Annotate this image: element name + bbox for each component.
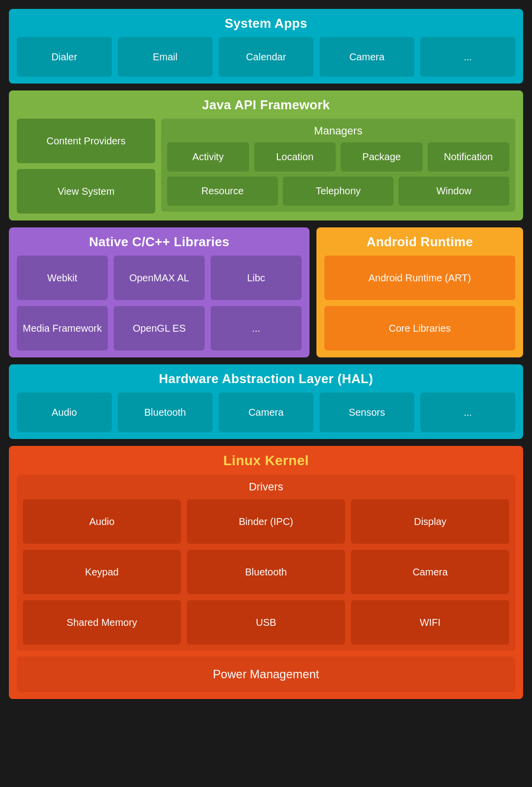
telephony-box: Telephony [283,176,394,206]
openmax-box: OpenMAX AL [114,256,205,300]
more-box: ... [420,37,515,77]
kernel-camera-box: Camera [351,550,509,594]
hal-bluetooth-box: Bluetooth [118,393,213,432]
kernel-usb-box: USB [187,600,345,645]
drivers-title: Drivers [23,481,509,493]
kernel-shared-memory-box: Shared Memory [23,600,181,645]
kernel-binder-box: Binder (IPC) [187,499,345,544]
java-api-content: Content Providers View System Managers A… [17,119,515,214]
hal-title: Hardware Abstraction Layer (HAL) [17,371,515,387]
opengl-box: OpenGL ES [114,306,205,350]
dialer-box: Dialer [17,37,112,77]
calendar-box: Calendar [219,37,313,77]
managers-grid: Activity Location Package Notification R… [167,142,509,206]
native-more-box: ... [211,306,302,350]
system-apps-boxes: Dialer Email Calendar Camera ... [17,37,515,77]
java-api-layer: Java API Framework Content Providers Vie… [9,90,523,220]
native-libs-title: Native C/C++ Libraries [17,234,302,250]
managers-row-1: Activity Location Package Notification [167,142,509,172]
location-box: Location [254,142,336,172]
managers-title: Managers [167,125,509,137]
hal-more-box: ... [420,393,515,432]
hal-sensors-box: Sensors [319,393,414,432]
webkit-box: Webkit [17,256,108,300]
kernel-keypad-box: Keypad [23,550,181,594]
drivers-section: Drivers Audio Binder (IPC) Display Keypa… [17,475,515,651]
drivers-grid: Audio Binder (IPC) Display Keypad Blueto… [23,499,509,645]
linux-kernel-title: Linux Kernel [17,453,515,469]
activity-box: Activity [167,142,249,172]
hal-boxes: Audio Bluetooth Camera Sensors ... [17,393,515,432]
managers-row-2: Resource Telephony Window [167,176,509,206]
power-management-box: Power Management [17,656,515,692]
native-runtime-row: Native C/C++ Libraries Webkit OpenMAX AL… [9,227,523,357]
managers-container: Managers Activity Location Package Notif… [161,119,515,212]
system-apps-title: System Apps [17,16,515,31]
hal-audio-box: Audio [17,393,112,432]
system-apps-layer: System Apps Dialer Email Calendar Camera… [9,9,523,84]
native-libs-grid: Webkit OpenMAX AL Libc Media Framework O… [17,256,302,350]
android-runtime-title: Android Runtime [324,234,515,250]
email-box: Email [118,37,213,77]
hal-layer: Hardware Abstraction Layer (HAL) Audio B… [9,364,523,439]
art-box: Android Runtime (ART) [324,256,515,300]
libc-box: Libc [211,256,302,300]
kernel-display-box: Display [351,499,509,544]
android-runtime-layer: Android Runtime Android Runtime (ART) Co… [316,227,523,357]
java-api-title: Java API Framework [17,97,515,113]
notification-box: Notification [428,142,510,172]
content-providers-box: Content Providers [17,119,155,163]
kernel-audio-box: Audio [23,499,181,544]
java-api-left: Content Providers View System [17,119,155,214]
kernel-wifi-box: WIFI [351,600,509,645]
kernel-bluetooth-box: Bluetooth [187,550,345,594]
native-libs-layer: Native C/C++ Libraries Webkit OpenMAX AL… [9,227,310,357]
hal-camera-box: Camera [219,393,313,432]
view-system-box: View System [17,169,155,214]
media-framework-box: Media Framework [17,306,108,350]
core-libraries-box: Core Libraries [324,306,515,350]
camera-box: Camera [319,37,414,77]
linux-kernel-layer: Linux Kernel Drivers Audio Binder (IPC) … [9,446,523,699]
java-api-right: Managers Activity Location Package Notif… [161,119,515,214]
window-box: Window [399,176,509,206]
resource-box: Resource [167,176,278,206]
package-box: Package [341,142,423,172]
